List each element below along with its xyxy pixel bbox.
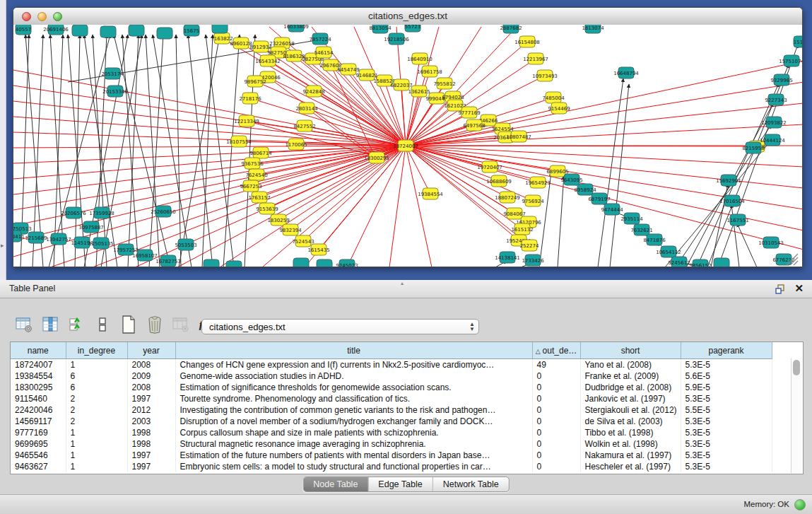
graph-node-yellow[interactable]: [233, 37, 249, 49]
table-cell[interactable]: 18300295: [11, 382, 66, 393]
table-cell[interactable]: 2009: [127, 370, 175, 382]
graph-node-teal[interactable]: [100, 26, 116, 37]
graph-node-teal[interactable]: [137, 250, 153, 261]
table-cell[interactable]: 2: [66, 416, 127, 427]
graph-node-teal[interactable]: [389, 33, 404, 45]
table-cell[interactable]: 1: [66, 427, 127, 438]
graph-node-yellow[interactable]: [231, 136, 247, 147]
table-cell[interactable]: Tibbo et al. (1998): [580, 427, 681, 438]
table-cell[interactable]: 5.3E-5: [681, 461, 772, 472]
graph-node-teal[interactable]: [585, 25, 601, 33]
table-row[interactable]: 1872400712008Changes of HCN gene express…: [11, 359, 772, 371]
table-cell[interactable]: 5.3E-5: [681, 416, 772, 427]
graph-node-teal[interactable]: [746, 142, 761, 153]
table-cell[interactable]: 0: [532, 393, 580, 404]
tab-edge-table[interactable]: Edge Table: [367, 477, 432, 491]
graph-node-yellow[interactable]: [283, 224, 298, 235]
graph-node-teal[interactable]: [51, 233, 66, 245]
graph-node-yellow[interactable]: [461, 107, 477, 118]
graph-node-teal[interactable]: [16, 25, 31, 35]
graph-node-yellow[interactable]: [522, 240, 537, 251]
table-row[interactable]: 1456911722003Disruption of a novel membe…: [11, 416, 772, 427]
table-cell[interactable]: 22420046: [11, 404, 66, 416]
table-cell[interactable]: 1998: [127, 427, 175, 438]
graph-node-yellow[interactable]: [245, 158, 260, 169]
table-cell[interactable]: 2003: [127, 416, 175, 427]
table-cell[interactable]: 2: [66, 393, 127, 404]
graph-node-yellow[interactable]: [422, 66, 437, 77]
graph-node-teal[interactable]: [312, 33, 328, 45]
table-cell[interactable]: 49: [532, 359, 580, 371]
table-cell[interactable]: Nakamura et al. (1997): [580, 450, 681, 461]
table-cell[interactable]: 1997: [127, 461, 175, 472]
graph-node-yellow[interactable]: [466, 119, 482, 131]
table-cell[interactable]: Investigating the contribution of common…: [175, 404, 532, 416]
table-cell[interactable]: Corpus callosum shape and size in male p…: [175, 427, 532, 438]
table-cell[interactable]: 5.3E-5: [681, 359, 772, 371]
graph-node-yellow[interactable]: [429, 93, 445, 104]
column-header-title[interactable]: title: [175, 342, 532, 359]
graph-node-teal[interactable]: [105, 68, 120, 79]
graph-node-teal[interactable]: [647, 234, 662, 245]
table-cell[interactable]: 0: [532, 450, 580, 461]
table-cell[interactable]: 1: [66, 450, 127, 461]
table-row[interactable]: 977716911998Corpus callosum shape and si…: [11, 427, 772, 438]
clear-selection-icon[interactable]: [93, 315, 112, 334]
table-cell[interactable]: 6: [66, 382, 127, 393]
table-cell[interactable]: 5.3E-5: [681, 438, 772, 450]
graph-node-teal[interactable]: [212, 25, 228, 33]
graph-node-teal[interactable]: [564, 174, 579, 185]
table-cell[interactable]: Estimation of the future numbers of pati…: [175, 450, 532, 461]
graph-node-yellow[interactable]: [369, 152, 384, 163]
table-cell[interactable]: 0: [532, 370, 580, 382]
table-cell[interactable]: Dudbridge et al. (2008): [580, 382, 681, 393]
table-cell[interactable]: Structural magnetic resonance image aver…: [175, 438, 532, 450]
graph-node-teal[interactable]: [763, 237, 779, 248]
table-cell[interactable]: Embryonic stem cells: a model to study s…: [175, 461, 532, 472]
graph-node-teal[interactable]: [94, 207, 110, 218]
graph-node-teal[interactable]: [604, 204, 620, 215]
graph-node-teal[interactable]: [693, 259, 708, 267]
tab-node-table[interactable]: Node Table: [303, 477, 367, 491]
window-minimize-button[interactable]: [37, 12, 47, 21]
table-cell[interactable]: Changes of HCN gene expression and I(f) …: [175, 359, 532, 371]
table-cell[interactable]: Jankovic et al. (1997): [580, 393, 681, 404]
graph-node-teal[interactable]: [83, 221, 99, 233]
table-cell[interactable]: 1: [66, 359, 127, 371]
graph-node-teal[interactable]: [129, 25, 144, 36]
graph-node-teal[interactable]: [405, 25, 420, 32]
column-header-out_de[interactable]: △out_de…: [532, 342, 580, 359]
select-all-icon[interactable]: [66, 315, 86, 334]
column-header-name[interactable]: name: [11, 342, 66, 359]
table-cell[interactable]: 9699695: [11, 438, 66, 450]
graph-node-teal[interactable]: [160, 255, 176, 267]
table-cell[interactable]: Yano et al. (2008): [580, 359, 681, 371]
network-view-window[interactable]: citations_edges.txt 18724007183002957163…: [13, 7, 803, 267]
table-cell[interactable]: 9465546: [11, 450, 66, 461]
graph-node-teal[interactable]: [730, 214, 746, 226]
table-cell[interactable]: 19384554: [11, 370, 66, 382]
graph-node-yellow[interactable]: [377, 75, 392, 86]
graph-node-teal[interactable]: [118, 244, 134, 255]
graph-node-yellow[interactable]: [239, 115, 254, 127]
graph-node-teal[interactable]: [107, 86, 123, 97]
table-row[interactable]: 2242004622012Investigating the contribut…: [11, 404, 772, 416]
graph-node-yellow[interactable]: [214, 33, 230, 44]
table-settings-icon[interactable]: [14, 315, 34, 334]
table-cell[interactable]: 0: [532, 382, 580, 393]
table-cell[interactable]: 1: [66, 461, 127, 472]
graph-node-teal[interactable]: [671, 257, 687, 267]
scrollbar-thumb[interactable]: [793, 360, 800, 375]
graph-node-teal[interactable]: [157, 28, 172, 39]
graph-node-yellow[interactable]: [253, 41, 269, 52]
table-cell[interactable]: 9777169: [11, 427, 66, 438]
graph-node-teal[interactable]: [317, 259, 332, 267]
table-cell[interactable]: Stergiakouli et al. (2012): [580, 404, 681, 416]
graph-node-teal[interactable]: [721, 175, 736, 186]
table-cell[interactable]: 5.5E-5: [681, 404, 772, 416]
graph-node-yellow[interactable]: [260, 55, 276, 66]
table-cell[interactable]: 1: [66, 438, 127, 450]
graph-node-teal[interactable]: [93, 238, 109, 249]
graph-node-yellow[interactable]: [359, 69, 375, 81]
graph-node-yellow[interactable]: [242, 93, 258, 104]
